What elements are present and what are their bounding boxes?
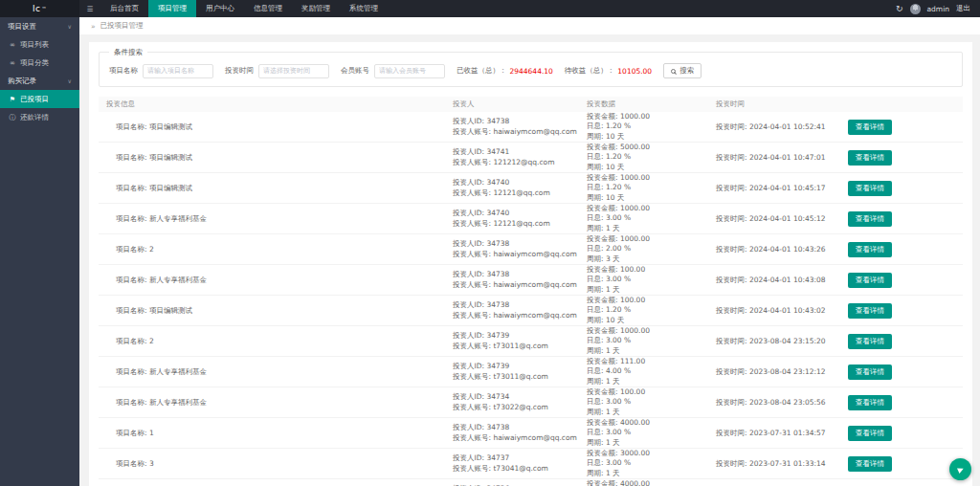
cell-actions: 查看详情	[840, 456, 963, 472]
cell-project: 项目名称: 新人专享福利基金	[99, 398, 445, 408]
daily-rate: 3.00 %	[606, 336, 631, 344]
invest-amount: 5000.00	[620, 143, 650, 151]
sidebar-group-purchase-records[interactable]: 购买记录 ∨	[0, 72, 79, 90]
investor-account: haiwaiymcom@qq.com	[493, 311, 576, 320]
logo-text: lc	[33, 4, 40, 13]
breadcrumb-prefix-icon: »	[91, 22, 96, 31]
project-name: 3	[149, 459, 154, 468]
breadcrumb: » 已投项目管理	[79, 17, 980, 34]
view-details-button[interactable]: 查看详情	[848, 120, 892, 135]
header-invest-info: 投资信息	[99, 99, 445, 109]
menu-icon[interactable]: ☰	[79, 0, 100, 17]
project-name: 新人专享福利基金	[149, 367, 207, 376]
view-details-button[interactable]: 查看详情	[848, 395, 892, 410]
project-name-input[interactable]	[143, 64, 213, 78]
invest-amount: 4000.00	[620, 479, 650, 486]
daily-rate: 2.00 %	[606, 244, 631, 253]
nav-item-system[interactable]: 系统管理	[340, 0, 388, 17]
cell-invest-data: 投资金额: 111.00 日息: 4.00 % 周期: 1 天	[579, 357, 708, 387]
topbar-right: ↻ admin 退出	[896, 0, 980, 17]
view-details-button[interactable]: 查看详情	[848, 426, 892, 441]
cell-invest-time: 投资时间: 2023-08-04 23:15:20	[708, 337, 840, 346]
nav-item-home[interactable]: 后台首页	[100, 0, 148, 17]
cell-investor: 投资人ID: 34738 投资人账号: haiwaiymcom@qq.com	[445, 300, 579, 320]
invest-time: 2024-04-01 10:45:12	[749, 214, 826, 223]
nav-item-projects[interactable]: 项目管理	[148, 0, 196, 17]
cell-actions: 查看详情	[840, 426, 963, 441]
view-details-button[interactable]: 查看详情	[848, 273, 892, 288]
daily-rate: 1.20 %	[606, 152, 631, 161]
view-details-button[interactable]: 查看详情	[848, 303, 892, 319]
cell-invest-time: 投资时间: 2024-04-01 10:43:02	[708, 306, 840, 316]
period: 1 天	[606, 285, 620, 294]
cell-invest-data: 投资金额: 4000.00 日息: 2.00 % 周期: 1 天	[579, 479, 708, 486]
investor-account: t73022@q.com	[493, 403, 547, 411]
investor-id: 34737	[486, 453, 509, 462]
search-icon	[671, 69, 676, 74]
cell-invest-data: 投资金额: 5000.00 日息: 1.20 % 周期: 10 天	[579, 143, 708, 173]
page-title: 已投项目管理	[100, 21, 144, 31]
member-account-input[interactable]	[374, 64, 445, 78]
user-avatar[interactable]	[910, 4, 921, 14]
table-row: 项目名称: 2 投资人ID: 34736 投资人账号: t73033@q.com…	[99, 479, 963, 486]
table-row: 项目名称: 新人专享福利基金 投资人ID: 34739 投资人账号: t7301…	[99, 357, 963, 387]
invest-time: 2024-04-01 10:45:17	[749, 184, 826, 192]
table-row: 项目名称: 2 投资人ID: 34739 投资人账号: t73011@q.com…	[99, 326, 963, 357]
sidebar-item-project-list[interactable]: ∞ 项目列表	[0, 35, 79, 54]
view-details-button[interactable]: 查看详情	[848, 242, 892, 257]
link-icon: ∞	[9, 59, 16, 67]
investor-account: 121212@qq.com	[493, 158, 554, 166]
view-details-button[interactable]: 查看详情	[848, 334, 892, 349]
cell-project: 项目名称: 2	[99, 337, 445, 346]
logo-sup: ™	[41, 6, 47, 11]
investor-account: 12121@qq.com	[493, 219, 549, 228]
table-row: 项目名称: 项目编辑测试 投资人ID: 34740 投资人账号: 12121@q…	[99, 173, 963, 204]
view-details-button[interactable]: 查看详情	[848, 364, 892, 380]
invest-amount: 1000.00	[620, 326, 650, 335]
investor-account: haiwaiymcom@qq.com	[493, 280, 576, 289]
investor-account: t73041@q.com	[493, 464, 547, 473]
logout-button[interactable]: 退出	[956, 4, 970, 13]
cell-actions: 查看详情	[840, 211, 963, 227]
view-details-button[interactable]: 查看详情	[848, 181, 892, 196]
investor-account: haiwaiymcom@qq.com	[493, 250, 576, 258]
refresh-icon[interactable]: ↻	[896, 4, 903, 13]
search-button[interactable]: 搜索	[663, 63, 702, 78]
cell-invest-time: 投资时间: 2024-04-01 10:43:26	[708, 245, 840, 254]
sidebar-item-repayment-details[interactable]: ⓘ 还款详情	[0, 108, 79, 126]
cell-invest-time: 投资时间: 2023-07-31 01:33:14	[708, 459, 840, 469]
nav-item-info[interactable]: 信息管理	[244, 0, 292, 17]
table-row: 项目名称: 2 投资人ID: 34738 投资人账号: haiwaiymcom@…	[99, 234, 963, 265]
main-nav: ☰ 后台首页 项目管理 用户中心 信息管理 奖励管理 系统管理	[79, 0, 388, 17]
nav-item-users[interactable]: 用户中心	[196, 0, 244, 17]
sidebar-item-project-category[interactable]: ∞ 项目分类	[0, 54, 79, 72]
view-details-button[interactable]: 查看详情	[848, 150, 892, 166]
nav-item-rewards[interactable]: 奖励管理	[292, 0, 340, 17]
invest-time-input[interactable]	[258, 64, 329, 78]
cell-invest-data: 投资金额: 1000.00 日息: 3.00 % 周期: 1 天	[579, 204, 708, 234]
daily-rate: 3.00 %	[606, 428, 631, 436]
cell-invest-data: 投资金额: 1000.00 日息: 1.20 % 周期: 10 天	[579, 112, 708, 143]
investor-id: 34738	[486, 117, 509, 125]
username[interactable]: admin	[927, 5, 950, 13]
invest-time: 2023-07-31 01:33:14	[749, 459, 826, 468]
cell-invest-data: 投资金额: 3000.00 日息: 3.00 % 周期: 1 天	[579, 449, 708, 479]
cell-invest-data: 投资金额: 100.00 日息: 3.00 % 周期: 1 天	[579, 265, 708, 296]
cell-invest-time: 投资时间: 2024-04-01 10:45:17	[708, 184, 840, 193]
content-card: 条件搜索 项目名称 投资时间 会员账号 已收益（总）： 2944644.10 待…	[89, 42, 972, 486]
pending-total: 待收益（总）： 10105.00	[565, 66, 652, 76]
chevron-down-icon: ∨	[68, 23, 72, 30]
daily-rate: 1.20 %	[606, 183, 631, 191]
period: 10 天	[606, 316, 624, 324]
view-details-button[interactable]: 查看详情	[848, 456, 892, 472]
view-details-button[interactable]: 查看详情	[848, 211, 892, 227]
flag-icon: ⚑	[9, 96, 16, 103]
earned-total: 已收益（总）： 2944644.10	[457, 66, 553, 76]
floating-chat-button[interactable]	[949, 458, 971, 480]
cell-project: 项目名称: 新人专享福利基金	[99, 214, 445, 224]
cell-project: 项目名称: 新人专享福利基金	[99, 276, 445, 285]
sidebar-item-invested-projects[interactable]: ⚑ 已投项目	[0, 90, 79, 108]
sidebar-group-project-settings[interactable]: 项目设置 ∨	[0, 17, 79, 35]
pending-total-value: 10105.00	[614, 67, 652, 76]
cell-investor: 投资人ID: 34738 投资人账号: haiwaiymcom@qq.com	[445, 117, 579, 137]
